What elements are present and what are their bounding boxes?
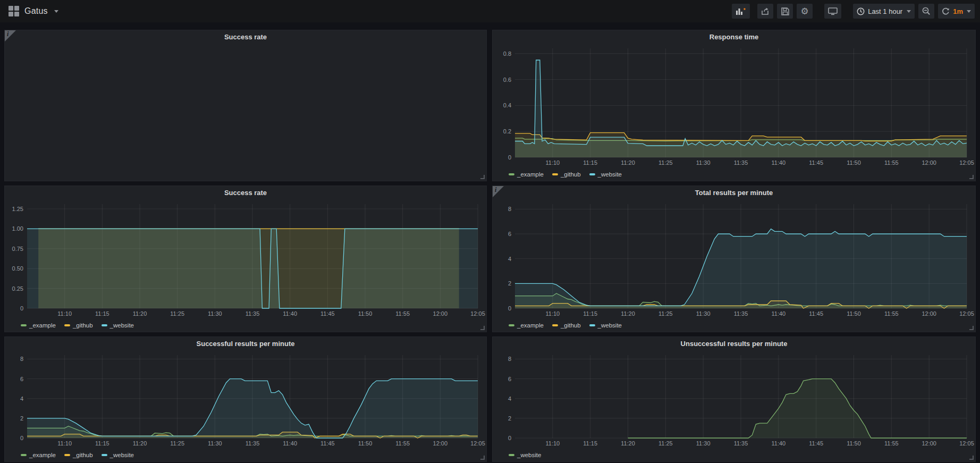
- legend-label: _example: [517, 171, 544, 178]
- legend-item-_example[interactable]: _example: [509, 171, 544, 178]
- legend-label: _example: [29, 452, 56, 458]
- legend-item-_example[interactable]: _example: [21, 452, 56, 458]
- x-tick-label: 11:35: [734, 440, 748, 447]
- legend-label: _github: [73, 322, 93, 329]
- panel-success-rate-timeseries: Success rate 11:1011:1511:2011:2511:3011…: [4, 186, 487, 332]
- legend-label: _example: [517, 322, 544, 329]
- x-tick-label: 11:35: [246, 310, 260, 317]
- legend-swatch: [589, 173, 595, 175]
- panel-title[interactable]: Successful results per minute: [5, 337, 486, 351]
- legend-item-_website[interactable]: _website: [509, 452, 541, 458]
- chart-canvas[interactable]: 11:1011:1511:2011:2511:3011:3511:4011:45…: [5, 351, 486, 449]
- share-button[interactable]: [757, 4, 773, 19]
- legend-item-_example[interactable]: _example: [509, 322, 544, 329]
- gauge-_website[interactable]: [326, 44, 486, 181]
- panel-title[interactable]: Response time: [493, 30, 975, 44]
- total-results-chart[interactable]: 11:1011:1511:2011:2511:3011:3511:4011:45…: [493, 200, 975, 319]
- legend-item-_github[interactable]: _github: [552, 322, 581, 329]
- gauge-_example[interactable]: [5, 44, 165, 181]
- legend-item-_website[interactable]: _website: [589, 171, 622, 178]
- legend-item-_github[interactable]: _github: [64, 322, 93, 329]
- response-time-chart[interactable]: 11:1011:1511:2011:2511:3011:3511:4011:45…: [493, 44, 975, 168]
- series-area-_website: [515, 229, 967, 308]
- panel-title[interactable]: Success rate: [5, 30, 486, 44]
- zoom-out-icon: [922, 7, 931, 15]
- x-tick-label: 11:45: [320, 440, 335, 447]
- navbar-left: Gatus: [5, 6, 58, 16]
- x-tick-label: 11:20: [133, 310, 147, 317]
- y-tick-label: 0.6: [503, 77, 511, 83]
- legend-item-_github[interactable]: _github: [64, 452, 93, 458]
- legend-label: _github: [561, 322, 581, 329]
- panel-title[interactable]: Total results per minute: [493, 186, 975, 200]
- y-tick-label: 2: [508, 415, 511, 422]
- x-tick-label: 12:05: [959, 440, 974, 447]
- settings-button[interactable]: ⚙: [797, 4, 813, 19]
- panel-title[interactable]: Success rate: [5, 186, 486, 200]
- save-button[interactable]: [777, 4, 793, 19]
- panel-successful-results: Successful results per minute 11:1011:15…: [4, 336, 487, 462]
- navbar: Gatus: [0, 0, 980, 22]
- x-tick-label: 11:50: [358, 310, 373, 317]
- legend-item-_website[interactable]: _website: [102, 322, 134, 329]
- legend-item-_example[interactable]: _example: [21, 322, 56, 329]
- x-tick-label: 11:15: [583, 310, 597, 317]
- dashboard-title[interactable]: Gatus: [24, 6, 48, 16]
- x-tick-label: 11:30: [696, 159, 711, 166]
- x-tick-label: 11:35: [734, 159, 748, 166]
- chart-canvas[interactable]: 11:1011:1511:2011:2511:3011:3511:4011:45…: [493, 351, 975, 449]
- refresh-caret-down-icon: [967, 10, 971, 13]
- chart-legend: _example_github_website: [493, 168, 975, 181]
- x-tick-label: 11:55: [884, 440, 899, 447]
- x-tick-label: 11:10: [57, 440, 72, 447]
- x-tick-label: 11:40: [283, 310, 297, 317]
- x-tick-label: 11:20: [133, 440, 147, 447]
- chart-legend: _example_github_website: [5, 319, 486, 332]
- apps-grid-icon[interactable]: [9, 6, 19, 16]
- legend-item-_website[interactable]: _website: [102, 452, 134, 458]
- panel-info-icon[interactable]: i: [5, 30, 16, 41]
- legend-swatch: [21, 454, 27, 456]
- y-tick-label: 0: [20, 435, 23, 441]
- legend-item-_github[interactable]: _github: [552, 171, 581, 178]
- successful-results-chart[interactable]: 11:1011:1511:2011:2511:3011:3511:4011:45…: [5, 351, 486, 449]
- x-tick-label: 12:05: [470, 310, 485, 317]
- x-tick-label: 11:25: [658, 159, 673, 166]
- time-range-label: Last 1 hour: [868, 7, 902, 15]
- legend-swatch: [64, 454, 70, 456]
- chart-canvas[interactable]: 11:1011:1511:2011:2511:3011:3511:4011:45…: [5, 200, 486, 319]
- panel-info-icon[interactable]: i: [493, 186, 504, 197]
- x-tick-label: 11:15: [583, 440, 597, 447]
- x-tick-label: 11:55: [884, 159, 899, 166]
- add-panel-button[interactable]: [732, 4, 750, 19]
- x-tick-label: 11:25: [170, 440, 184, 447]
- x-tick-label: 11:40: [771, 310, 785, 317]
- x-tick-label: 11:15: [95, 310, 109, 317]
- x-tick-label: 11:20: [621, 440, 635, 447]
- chart-legend: _example_github_website: [493, 319, 975, 332]
- y-tick-label: 8: [20, 356, 23, 362]
- legend-swatch: [589, 324, 595, 326]
- legend-swatch: [509, 173, 514, 175]
- x-tick-label: 11:40: [771, 159, 785, 166]
- x-tick-label: 12:05: [959, 310, 974, 317]
- panel-title[interactable]: Unsuccessful results per minute: [493, 337, 975, 351]
- x-tick-label: 11:35: [734, 310, 748, 317]
- chart-canvas[interactable]: 11:1011:1511:2011:2511:3011:3511:4011:45…: [493, 44, 975, 168]
- unsuccessful-results-chart[interactable]: 11:1011:1511:2011:2511:3011:3511:4011:45…: [493, 351, 975, 449]
- gauge-_github[interactable]: [165, 44, 326, 181]
- refresh-picker[interactable]: 1m: [938, 4, 975, 19]
- kiosk-mode-button[interactable]: [824, 4, 841, 19]
- legend-label: _github: [73, 452, 93, 458]
- time-range-picker[interactable]: Last 1 hour: [853, 4, 915, 19]
- success-rate-chart[interactable]: 11:1011:1511:2011:2511:3011:3511:4011:45…: [5, 200, 486, 319]
- x-tick-label: 12:00: [922, 159, 936, 166]
- dashboard-caret-down-icon[interactable]: [54, 10, 58, 13]
- y-tick-label: 2: [508, 280, 511, 287]
- legend-item-_website[interactable]: _website: [589, 322, 622, 329]
- legend-label: _website: [110, 322, 134, 329]
- chart-canvas[interactable]: 11:1011:1511:2011:2511:3011:3511:4011:45…: [493, 200, 975, 319]
- y-tick-label: 8: [508, 206, 511, 212]
- x-tick-label: 11:45: [809, 440, 823, 447]
- zoom-out-button[interactable]: [918, 4, 934, 19]
